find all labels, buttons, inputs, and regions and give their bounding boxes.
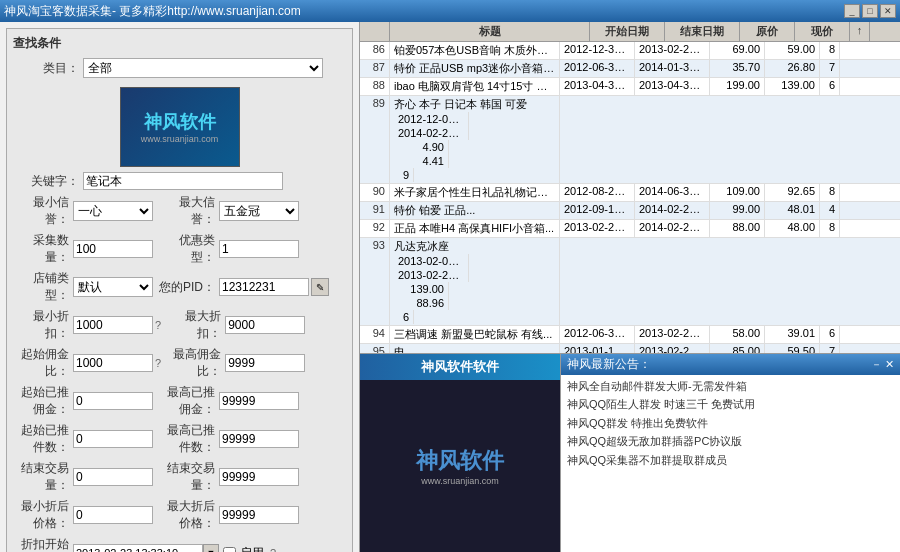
table-row[interactable]: 89 齐心 本子 日记本 韩国 可爱 2012-12-06 ... 2014-0…: [360, 96, 900, 184]
discount-start-label: 折扣开始日期：: [13, 536, 73, 552]
min-comm-ratio-input[interactable]: [73, 354, 153, 372]
cell-start: 2013-01-15 ...: [560, 344, 635, 353]
cell-title: 正品 本唯H4 高保真HIFI小音箱...: [390, 220, 560, 237]
th-curr: 现价: [795, 22, 850, 41]
ad-banner: 神风软件 www.sruanjian.com: [360, 380, 560, 552]
cell-num: 93: [360, 238, 390, 325]
cell-start: 2013-04-30 ...: [560, 78, 635, 95]
news-title-bar: 神风最新公告： － ✕: [561, 354, 900, 375]
table-row[interactable]: 90 米子家居个性生日礼品礼物记事... 2012-08-29 ... 2014…: [360, 184, 900, 202]
trade-row: 结束交易量： 结束交易量：: [13, 460, 346, 494]
th-orig: 原价: [740, 22, 795, 41]
cell-curr: 48.00: [765, 220, 820, 237]
cell-title: 特价 正品USB mp3迷你小音箱/组...: [390, 60, 560, 77]
cell-curr: 4.41: [394, 154, 449, 168]
close-button[interactable]: ✕: [880, 4, 896, 18]
pid-edit-icon[interactable]: ✎: [311, 278, 329, 296]
discount-hint-icon[interactable]: ?: [155, 319, 161, 331]
shop-row: 店铺类型： 默认 您的PID： ✎: [13, 270, 346, 304]
collect-input[interactable]: [73, 240, 153, 258]
discount-type-input[interactable]: [219, 240, 299, 258]
cell-start: 2012-09-14 ...: [560, 202, 635, 219]
min-discount-label: 最小折扣：: [13, 308, 73, 342]
discount-start-hint[interactable]: ?: [270, 547, 276, 552]
cell-orig: 109.00: [710, 184, 765, 201]
min-discount-input[interactable]: [73, 316, 153, 334]
th-num: [360, 22, 390, 41]
max-count-input[interactable]: [219, 430, 299, 448]
th-end: 结束日期: [665, 22, 740, 41]
comm-ratio-hint-icon[interactable]: ?: [155, 357, 161, 369]
min-comm-label: 起始已推佣金：: [13, 384, 73, 418]
cell-title: 电...: [390, 344, 560, 353]
max-sale-input[interactable]: [219, 506, 299, 524]
category-row: 类目： 全部: [13, 58, 346, 78]
keyword-input[interactable]: [83, 172, 283, 190]
keyword-row: 关键字：: [13, 172, 346, 190]
min-sale-input[interactable]: [73, 506, 153, 524]
table-row[interactable]: 86 铂爱057本色USB音响 木质外壳炫... 2012-12-31 ... …: [360, 42, 900, 60]
shop-type-select[interactable]: 默认: [73, 277, 153, 297]
maximize-button[interactable]: □: [862, 4, 878, 18]
max-comm-ratio-input[interactable]: [225, 354, 305, 372]
table-row[interactable]: 92 正品 本唯H4 高保真HIFI小音箱... 2013-02-20 ... …: [360, 220, 900, 238]
min-count-label: 起始已推件数：: [13, 422, 73, 456]
table-row[interactable]: 88 ibao 电脑双肩背包 14寸15寸 电... 2013-04-30 ..…: [360, 78, 900, 96]
table-row[interactable]: 95 电... 2013-01-15 ... 2013-02-28 ... 85…: [360, 344, 900, 353]
category-select[interactable]: 全部: [83, 58, 323, 78]
discount-start-arrow[interactable]: ▼: [203, 544, 219, 552]
cell-end: 2014-02-27 ...: [394, 126, 469, 140]
news-body: 神风全自动邮件群发大师-无需发件箱神风QQ陌生人群发 时速三千 免费试用神风QQ…: [561, 375, 900, 552]
cell-start: 2012-06-30 ...: [560, 326, 635, 343]
min-comm-input[interactable]: [73, 392, 153, 410]
discount-start-checkbox[interactable]: [223, 547, 236, 553]
cell-last: 4: [820, 202, 840, 219]
max-credit-select[interactable]: 五金冠: [219, 201, 299, 221]
discount-start-enable-label: 启用: [240, 545, 264, 553]
window-controls[interactable]: _ □ ✕: [844, 4, 896, 18]
cell-start: 2012-06-30 ...: [560, 60, 635, 77]
collect-row: 采集数量： 优惠类型：: [13, 232, 346, 266]
pid-input[interactable]: [219, 278, 309, 296]
cell-orig: 88.00: [710, 220, 765, 237]
min-trade-input[interactable]: [73, 468, 153, 486]
cell-num: 86: [360, 42, 390, 59]
news-item: 神风QQ超级无敌加群插器PC协议版: [567, 434, 894, 449]
credit-row: 最小信誉： 一心 最大信誉： 五金冠: [13, 194, 346, 228]
cell-end: 2013-02-28 ...: [394, 268, 469, 282]
th-title: 标题: [390, 22, 590, 41]
news-section: 神风最新公告： － ✕ 神风全自动邮件群发大师-无需发件箱神风QQ陌生人群发 时…: [560, 354, 900, 552]
min-credit-select[interactable]: 一心: [73, 201, 153, 221]
cell-num: 88: [360, 78, 390, 95]
table-row[interactable]: 94 三档调速 新盟曼巴蛇鼠标 有线... 2012-06-30 ... 201…: [360, 326, 900, 344]
news-close-button[interactable]: － ✕: [871, 357, 894, 372]
discount-start-input[interactable]: [73, 544, 203, 552]
table-row[interactable]: 91 特价 铂爱 正品... 2012-09-14 ... 2014-02-27…: [360, 202, 900, 220]
cell-title: 凡达克冰座 2013-02-01 ... 2013-02-28 ... 139.…: [390, 238, 560, 325]
cell-orig: 4.90: [394, 140, 449, 154]
max-trade-input[interactable]: [219, 468, 299, 486]
cell-start: 2013-02-20 ...: [560, 220, 635, 237]
table-row[interactable]: 87 特价 正品USB mp3迷你小音箱/组... 2012-06-30 ...…: [360, 60, 900, 78]
max-sale-label: 最大折后价格：: [159, 498, 219, 532]
bottom-right-section: 神风软件软件 神风软件 www.sruanjian.com 神风最新公告： － …: [360, 353, 900, 552]
cell-title: 米子家居个性生日礼品礼物记事...: [390, 184, 560, 201]
min-count-input[interactable]: [73, 430, 153, 448]
max-comm-input[interactable]: [219, 392, 299, 410]
category-label: 类目：: [13, 60, 83, 77]
cell-end: 2013-02-28 ...: [635, 326, 710, 343]
cell-start: 2012-08-29 ...: [560, 184, 635, 201]
left-panel: 查找条件 类目： 全部 神风软件 www.sruanjian.com: [0, 22, 360, 552]
max-discount-input[interactable]: [225, 316, 305, 334]
comm-row: 起始已推佣金： 最高已推佣金：: [13, 384, 346, 418]
left-logo: 神风软件 www.sruanjian.com: [120, 87, 240, 167]
table-row[interactable]: 93 凡达克冰座 2013-02-01 ... 2013-02-28 ... 1…: [360, 238, 900, 326]
cell-num: 92: [360, 220, 390, 237]
cell-curr: 48.01: [765, 202, 820, 219]
minimize-button[interactable]: _: [844, 4, 860, 18]
cell-last: 7: [820, 60, 840, 77]
max-discount-label: 最大折扣：: [165, 308, 225, 342]
cell-end: 2014-02-28 ...: [635, 220, 710, 237]
min-comm-ratio-label: 起始佣金比：: [13, 346, 73, 380]
cell-curr: 39.01: [765, 326, 820, 343]
